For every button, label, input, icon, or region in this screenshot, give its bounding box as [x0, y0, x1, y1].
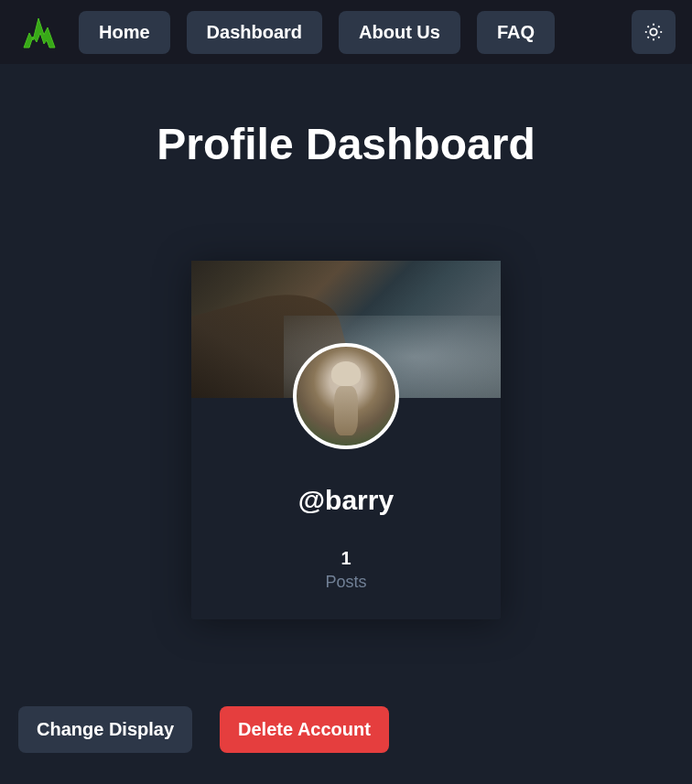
profile-stats: 1 Posts: [325, 548, 366, 592]
logo[interactable]: [16, 9, 62, 55]
delete-account-button[interactable]: Delete Account: [220, 706, 389, 753]
nav-faq-button[interactable]: FAQ: [477, 11, 555, 54]
svg-line-7: [648, 37, 649, 38]
profile-username: @barry: [298, 485, 394, 516]
action-bar: Change Display Delete Account: [18, 706, 389, 753]
nav-about-button[interactable]: About Us: [339, 11, 460, 54]
theme-toggle-button[interactable]: [632, 10, 676, 54]
change-display-button[interactable]: Change Display: [18, 706, 192, 753]
main-header: Home Dashboard About Us FAQ: [0, 0, 692, 64]
svg-point-0: [650, 28, 656, 35]
svg-line-4: [658, 37, 659, 38]
profile-card: @barry 1 Posts: [191, 261, 501, 619]
main-content: Profile Dashboard @barry 1 Posts: [0, 64, 692, 638]
sun-icon: [643, 22, 664, 42]
logo-mountains-icon: [16, 9, 62, 55]
svg-line-3: [648, 27, 649, 27]
page-title: Profile Dashboard: [157, 119, 535, 169]
profile-avatar: [293, 343, 399, 449]
posts-count: 1: [325, 548, 366, 569]
nav-home-button[interactable]: Home: [79, 11, 170, 54]
posts-label: Posts: [325, 573, 366, 592]
nav-dashboard-button[interactable]: Dashboard: [187, 11, 322, 54]
svg-line-8: [658, 27, 659, 27]
